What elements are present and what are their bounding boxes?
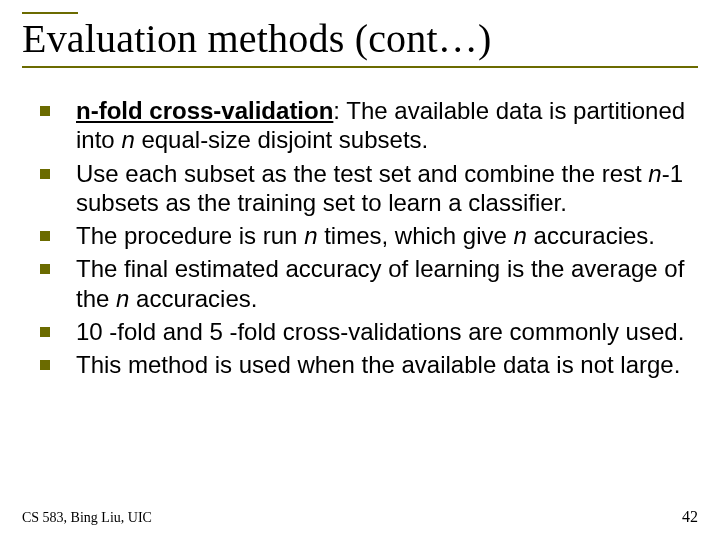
list-item: n-fold cross-validation: The available d… xyxy=(34,96,698,155)
bullet-italic: n xyxy=(116,285,129,312)
bullet-italic: n xyxy=(121,126,134,153)
bullet-text: The procedure is run xyxy=(76,222,304,249)
slide: Evaluation methods (cont…) n-fold cross-… xyxy=(0,0,720,540)
page-title: Evaluation methods (cont…) xyxy=(22,18,698,60)
bullet-italic: n xyxy=(648,160,661,187)
bullet-italic: n xyxy=(514,222,527,249)
bullet-list: n-fold cross-validation: The available d… xyxy=(34,96,698,379)
body: n-fold cross-validation: The available d… xyxy=(22,96,698,379)
list-item: Use each subset as the test set and comb… xyxy=(34,159,698,218)
list-item: 10 -fold and 5 -fold cross-validations a… xyxy=(34,317,698,346)
list-item: This method is used when the available d… xyxy=(34,350,698,379)
bullet-bold-underline: n-fold cross-validation xyxy=(76,97,333,124)
bullet-text: accuracies. xyxy=(527,222,655,249)
bullet-text: accuracies. xyxy=(129,285,257,312)
title-rule: Evaluation methods (cont…) xyxy=(22,12,698,68)
bullet-text: equal-size disjoint subsets. xyxy=(135,126,428,153)
footer-left: CS 583, Bing Liu, UIC xyxy=(22,510,152,526)
bullet-italic: n xyxy=(304,222,317,249)
slide-number: 42 xyxy=(682,508,698,526)
bullet-text: This method is used when the available d… xyxy=(76,351,680,378)
bullet-text: Use each subset as the test set and comb… xyxy=(76,160,648,187)
list-item: The procedure is run n times, which give… xyxy=(34,221,698,250)
bullet-text: times, which give xyxy=(317,222,513,249)
list-item: The final estimated accuracy of learning… xyxy=(34,254,698,313)
bullet-text: 10 -fold and 5 -fold cross-validations a… xyxy=(76,318,684,345)
